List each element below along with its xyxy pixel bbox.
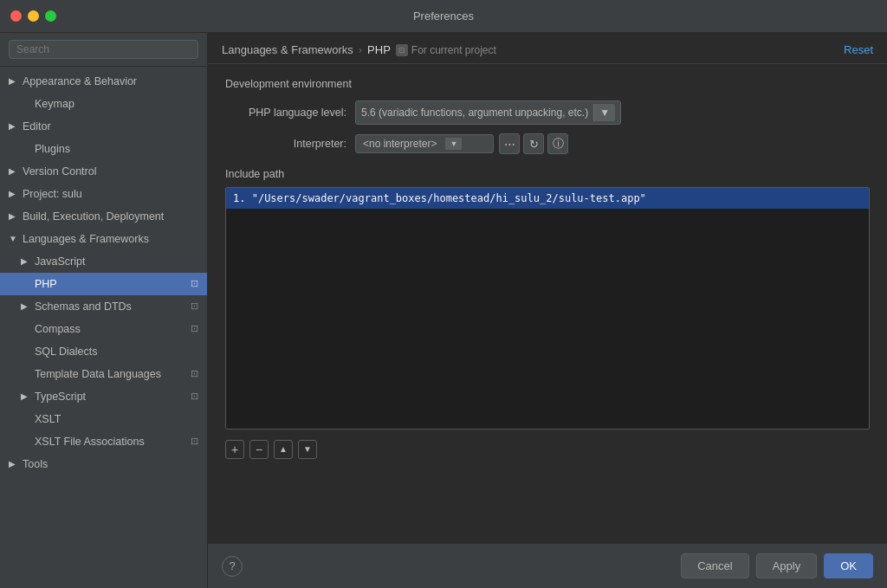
interpreter-row: Interpreter: <no interpreter> ▼ ⋯ ↻ ⓘ [225,133,870,154]
sidebar-item-label: Build, Execution, Deployment [23,208,164,225]
title-bar: Preferences [0,0,887,33]
sidebar-item-typescript[interactable]: ▶ TypeScript ⊡ [0,385,207,408]
arrow-icon: ▶ [21,390,31,404]
sidebar-item-keymap[interactable]: Keymap [0,93,207,115]
sidebar-item-plugins[interactable]: Plugins [0,138,207,160]
move-up-button[interactable]: ▲ [274,440,293,459]
arrow-icon: ▶ [9,187,19,201]
sidebar-search-container [0,33,207,67]
sidebar-item-label: Tools [23,456,48,473]
sidebar-item-label: SQL Dialects [35,343,97,360]
php-level-dropdown-arrow[interactable]: ▼ [593,104,615,121]
interpreter-more-button[interactable]: ⋯ [499,133,520,154]
content-panel: Languages & Frameworks › PHP ⊡ For curre… [208,33,887,588]
include-path-item[interactable]: 1. "/Users/swader/vagrant_boxes/homestea… [226,188,869,209]
sidebar-item-label: JavaScript [35,253,85,270]
interpreter-control: <no interpreter> ▼ ⋯ ↻ ⓘ [355,133,568,154]
sidebar-item-sql-dialects[interactable]: SQL Dialects [0,340,207,363]
breadcrumb-current: PHP [367,43,391,56]
sidebar-item-tools[interactable]: ▶ Tools [0,453,207,475]
interpreter-value: <no interpreter> [363,138,437,150]
sidebar-item-schemas-dtds[interactable]: ▶ Schemas and DTDs ⊡ [0,295,207,318]
interpreter-refresh-button[interactable]: ↻ [523,133,544,154]
sidebar-item-template-data[interactable]: Template Data Languages ⊡ [0,363,207,385]
close-button[interactable] [10,10,22,22]
cancel-button[interactable]: Cancel [681,553,748,578]
sidebar-item-label: Plugins [35,140,70,158]
breadcrumb-separator: › [359,43,362,56]
sidebar-item-php[interactable]: PHP ⊡ [0,273,207,295]
sidebar-item-editor[interactable]: ▶ Editor [0,115,207,138]
action-buttons: Cancel Apply OK [681,553,873,578]
reset-link[interactable]: Reset [844,43,873,56]
add-path-button[interactable]: + [225,440,244,459]
window-title: Preferences [413,10,474,23]
sidebar-item-label: Editor [23,118,51,135]
breadcrumb-scope: ⊡ For current project [396,44,496,56]
sidebar-item-label: Schemas and DTDs [35,298,132,315]
sidebar-item-label: Project: sulu [23,185,82,203]
sidebar-item-label: Template Data Languages [35,365,161,383]
window-controls[interactable] [10,10,56,22]
include-path-title: Include path [225,168,870,180]
content-body: Development environment PHP language lev… [208,64,887,543]
sidebar-item-javascript[interactable]: ▶ JavaScript [0,250,207,273]
ok-button[interactable]: OK [824,553,873,578]
arrow-icon: ▼ [9,232,19,246]
breadcrumb: Languages & Frameworks › PHP ⊡ For curre… [222,43,496,56]
arrow-icon: ▶ [9,74,19,88]
arrow-icon: ▶ [9,210,19,223]
sidebar-item-appearance-behavior[interactable]: ▶ Appearance & Behavior [0,70,207,93]
sidebar-item-label: PHP [35,275,57,293]
sidebar-item-label: Version Control [23,163,96,180]
apply-button[interactable]: Apply [756,553,818,578]
include-path-index: 1. [233,192,252,204]
minimize-button[interactable] [28,10,39,22]
arrow-icon: ▶ [9,120,19,133]
sidebar-item-label: Appearance & Behavior [23,73,137,90]
edit-icon: ⊡ [191,366,198,382]
php-level-row: PHP language level: 5.6 (variadic functi… [225,100,870,125]
sidebar-item-label: Languages & Frameworks [23,230,149,248]
include-path-list: 1. "/Users/swader/vagrant_boxes/homestea… [225,187,870,430]
sidebar-item-xslt[interactable]: XSLT [0,408,207,430]
edit-icon: ⊡ [191,276,198,292]
interpreter-info-button[interactable]: ⓘ [547,133,568,154]
edit-icon: ⊡ [191,321,198,337]
main-layout: ▶ Appearance & Behavior Keymap ▶ Editor … [0,33,887,588]
interpreter-dropdown-arrow[interactable]: ▼ [445,138,462,150]
remove-path-button[interactable]: − [249,440,269,459]
php-level-control: 5.6 (variadic functions, argument unpack… [355,100,621,125]
interpreter-select[interactable]: <no interpreter> ▼ [355,134,494,153]
sidebar-item-version-control[interactable]: ▶ Version Control [0,160,207,183]
sidebar-item-label: XSLT [35,410,61,428]
scope-text: For current project [411,44,496,56]
breadcrumb-parent: Languages & Frameworks [222,43,353,56]
bottom-bar: ? Cancel Apply OK [208,543,887,588]
dev-env-section-title: Development environment [225,78,870,90]
edit-icon: ⊡ [191,299,198,314]
move-down-button[interactable]: ▼ [298,440,317,459]
sidebar-item-label: Compass [35,320,81,338]
arrow-icon: ▶ [21,255,31,268]
sidebar-item-languages-frameworks[interactable]: ▼ Languages & Frameworks [0,228,207,250]
path-toolbar: + − ▲ ▼ [225,436,870,462]
interpreter-label: Interpreter: [225,138,355,150]
arrow-icon: ▶ [21,300,31,313]
sidebar-item-compass[interactable]: Compass ⊡ [0,318,207,340]
php-level-select[interactable]: 5.6 (variadic functions, argument unpack… [355,100,621,125]
include-path-value: "/Users/swader/vagrant_boxes/homestead/h… [252,192,646,204]
sidebar-item-xslt-file-assoc[interactable]: XSLT File Associations ⊡ [0,430,207,453]
php-level-label: PHP language level: [225,107,355,119]
edit-icon: ⊡ [191,389,198,404]
sidebar: ▶ Appearance & Behavior Keymap ▶ Editor … [0,33,208,588]
search-input[interactable] [9,40,198,59]
php-level-value: 5.6 (variadic functions, argument unpack… [361,107,588,119]
sidebar-item-project-sulu[interactable]: ▶ Project: sulu [0,183,207,205]
edit-icon: ⊡ [191,434,198,449]
maximize-button[interactable] [45,10,56,22]
sidebar-item-label: XSLT File Associations [35,433,145,450]
help-button[interactable]: ? [222,556,243,577]
sidebar-item-build[interactable]: ▶ Build, Execution, Deployment [0,205,207,228]
arrow-icon: ▶ [9,165,19,178]
